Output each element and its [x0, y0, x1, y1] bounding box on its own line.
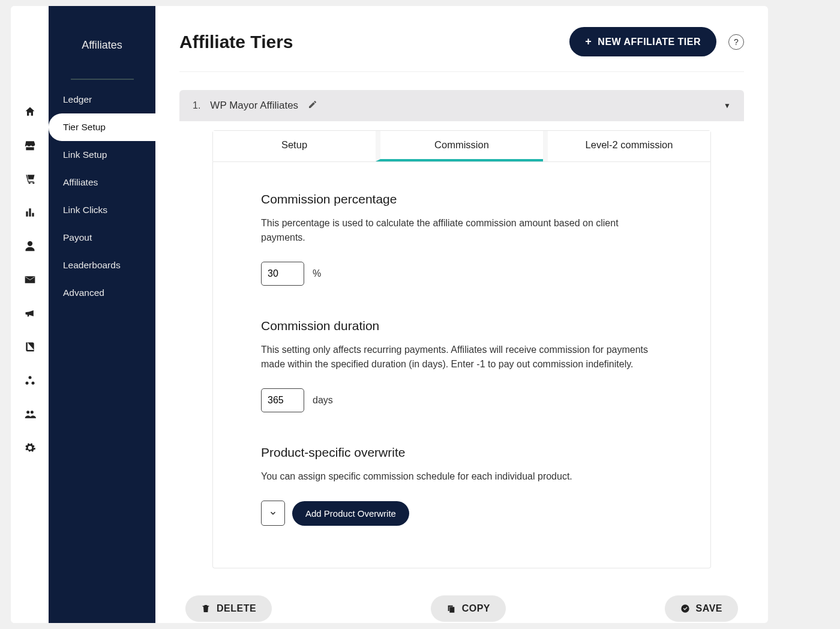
- book-icon[interactable]: [23, 340, 37, 354]
- product-overwrite-desc: You can assign specific commission sched…: [261, 469, 662, 484]
- cart-icon[interactable]: [23, 172, 37, 185]
- sidebar-item-affiliates[interactable]: Affiliates: [49, 169, 155, 196]
- page-title: Affiliate Tiers: [179, 32, 293, 52]
- sidebar-item-link-setup[interactable]: Link Setup: [49, 141, 155, 169]
- trash-icon: [201, 604, 211, 613]
- copy-button[interactable]: COPY: [431, 595, 506, 622]
- svg-point-4: [30, 411, 33, 414]
- action-bar: DELETE COPY SAVE: [185, 595, 738, 622]
- nodes-icon[interactable]: [23, 374, 37, 387]
- mail-icon[interactable]: [23, 273, 37, 286]
- commission-percentage-title: Commission percentage: [261, 192, 662, 206]
- commission-duration-input[interactable]: [261, 388, 304, 412]
- commission-percentage-unit: %: [313, 268, 321, 279]
- sidebar-item-payout[interactable]: Payout: [49, 224, 155, 251]
- sidebar: Affiliates Ledger Tier Setup Link Setup …: [49, 6, 155, 623]
- sidebar-title: Affiliates: [49, 39, 155, 52]
- tier-name: WP Mayor Affiliates: [210, 100, 298, 112]
- new-button-label: NEW AFFILIATE TIER: [598, 37, 701, 47]
- user-icon[interactable]: [23, 239, 37, 253]
- tabs: Setup Commission Level-2 commission: [212, 130, 711, 162]
- svg-point-2: [31, 382, 34, 385]
- commission-duration-title: Commission duration: [261, 319, 662, 333]
- check-circle-icon: [680, 604, 690, 613]
- icon-rail: [11, 6, 49, 623]
- tier-index: 1.: [193, 100, 200, 111]
- tier-card-header[interactable]: 1. WP Mayor Affiliates ▼: [179, 90, 744, 121]
- add-product-overwrite-button[interactable]: Add Product Overwrite: [292, 501, 409, 526]
- delete-label: DELETE: [217, 603, 256, 614]
- copy-icon: [446, 604, 456, 613]
- sidebar-item-leaderboards[interactable]: Leaderboards: [49, 251, 155, 279]
- commission-duration-unit: days: [313, 395, 333, 406]
- copy-label: COPY: [462, 603, 490, 614]
- save-label: SAVE: [696, 603, 722, 614]
- commission-duration-section: Commission duration This setting only af…: [261, 319, 662, 412]
- commission-duration-desc: This setting only affects recurring paym…: [261, 343, 662, 372]
- sidebar-item-tier-setup[interactable]: Tier Setup: [49, 113, 155, 141]
- tab-setup[interactable]: Setup: [213, 131, 376, 161]
- store-icon[interactable]: [23, 139, 37, 152]
- svg-point-3: [26, 411, 29, 414]
- home-icon[interactable]: [23, 105, 37, 118]
- new-affiliate-tier-button[interactable]: + NEW AFFILIATE TIER: [569, 27, 716, 56]
- svg-point-0: [28, 376, 31, 379]
- product-overwrite-dropdown[interactable]: [261, 501, 285, 526]
- save-button[interactable]: SAVE: [665, 595, 738, 622]
- edit-tier-name-icon[interactable]: [308, 100, 317, 112]
- commission-panel: Commission percentage This percentage is…: [212, 162, 711, 568]
- commission-percentage-desc: This percentage is used to calculate the…: [261, 216, 662, 245]
- sidebar-item-ledger[interactable]: Ledger: [49, 86, 155, 113]
- sidebar-item-link-clicks[interactable]: Link Clicks: [49, 196, 155, 224]
- plus-icon: +: [585, 35, 592, 48]
- commission-percentage-section: Commission percentage This percentage is…: [261, 192, 662, 286]
- stats-icon[interactable]: [23, 206, 37, 219]
- sidebar-item-advanced[interactable]: Advanced: [49, 279, 155, 307]
- delete-button[interactable]: DELETE: [185, 595, 272, 622]
- svg-point-1: [25, 382, 28, 385]
- tab-commission[interactable]: Commission: [376, 131, 543, 161]
- commission-percentage-input[interactable]: [261, 262, 304, 286]
- sidebar-divider: [71, 79, 134, 80]
- gear-icon[interactable]: [23, 441, 37, 454]
- collapse-icon[interactable]: ▼: [724, 101, 731, 110]
- product-overwrite-title: Product-specific overwrite: [261, 445, 662, 460]
- tier-card: 1. WP Mayor Affiliates ▼ Setup Commissio…: [179, 90, 744, 622]
- group-icon[interactable]: [23, 408, 37, 421]
- help-button[interactable]: ?: [728, 34, 744, 50]
- product-overwrite-section: Product-specific overwrite You can assig…: [261, 445, 662, 526]
- page-header: Affiliate Tiers + NEW AFFILIATE TIER ?: [179, 18, 744, 72]
- megaphone-icon[interactable]: [23, 307, 37, 320]
- tab-level2-commission[interactable]: Level-2 commission: [543, 131, 710, 161]
- main-content: Affiliate Tiers + NEW AFFILIATE TIER ? 1…: [155, 6, 768, 623]
